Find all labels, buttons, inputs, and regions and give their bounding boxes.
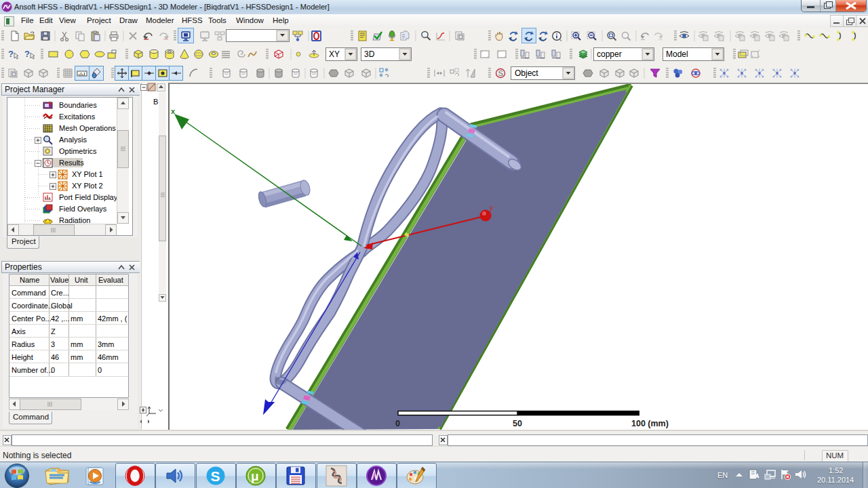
svg-text:3D: 3D	[364, 49, 375, 59]
svg-text:μ: μ	[251, 469, 259, 483]
svg-text:100 (mm): 100 (mm)	[631, 419, 669, 428]
svg-text:y: y	[490, 204, 493, 211]
svg-text:x: x	[171, 107, 176, 115]
svg-text:XY: XY	[329, 49, 340, 59]
svg-text:0: 0	[395, 419, 400, 428]
svg-text:Model: Model	[666, 49, 688, 59]
svg-text:S: S	[211, 468, 220, 484]
svg-text:Object: Object	[515, 68, 538, 78]
svg-text:copper: copper	[597, 49, 622, 59]
svg-text:50: 50	[513, 419, 522, 428]
svg-text:B: B	[153, 98, 158, 106]
